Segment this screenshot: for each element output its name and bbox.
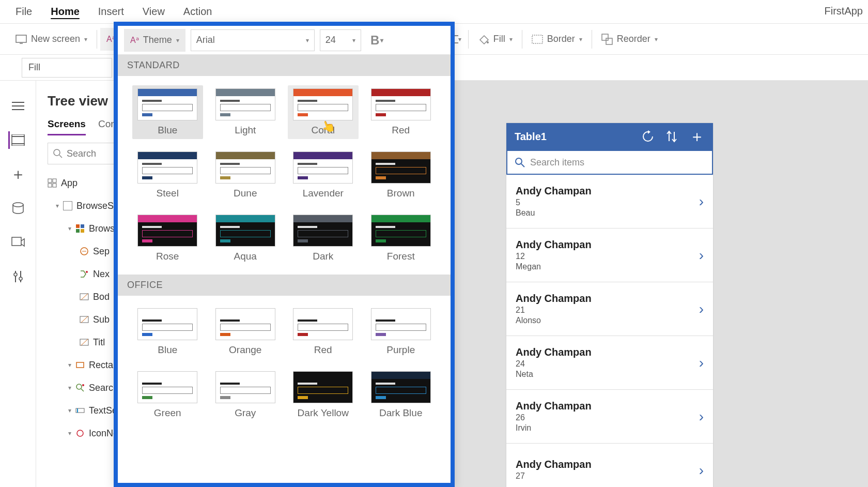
theme-option-green[interactable]: Green: [132, 368, 203, 422]
add-icon[interactable]: ＋: [689, 126, 705, 147]
theme-option-aqua[interactable]: Aqua: [210, 211, 281, 265]
chevron-right-icon: ›: [699, 301, 704, 317]
svg-rect-25: [48, 184, 52, 187]
property-name: Fill: [28, 62, 40, 73]
chevron-right-icon: ›: [699, 247, 704, 264]
svg-rect-28: [81, 224, 84, 228]
theme-option-red[interactable]: Red: [288, 305, 359, 359]
list-item[interactable]: Andy Champan21Alonso›: [506, 282, 713, 336]
theme-option-dune[interactable]: Dune: [210, 148, 281, 202]
fill-button[interactable]: Fill ▾: [472, 28, 519, 51]
svg-point-45: [516, 158, 522, 164]
property-selector[interactable]: Fill: [22, 58, 112, 78]
list-item[interactable]: Andy Champan27›: [506, 444, 713, 487]
refresh-icon[interactable]: [642, 130, 654, 143]
search-icon: [53, 149, 63, 158]
svg-rect-13: [12, 134, 24, 136]
tree-item[interactable]: ▾Browse: [48, 217, 123, 240]
tree-item[interactable]: Sub: [48, 308, 123, 331]
border-button[interactable]: Border ▾: [525, 28, 588, 51]
svg-point-32: [86, 271, 88, 273]
tree-item[interactable]: Bod: [48, 285, 123, 308]
list-item[interactable]: Andy Champan5Beau›: [506, 175, 713, 229]
tree-view-icon[interactable]: [8, 131, 26, 149]
theme-option-blue[interactable]: Blue: [132, 85, 203, 139]
theme-option-blue[interactable]: Blue: [132, 305, 203, 359]
media-icon[interactable]: [9, 234, 27, 251]
theme-option-lavender[interactable]: Lavender: [288, 148, 359, 202]
svg-rect-30: [81, 229, 84, 233]
theme-icon: Aᵃ: [130, 35, 139, 45]
data-icon[interactable]: [9, 200, 27, 217]
menu-insert[interactable]: Insert: [98, 6, 124, 18]
sort-icon[interactable]: [667, 130, 677, 143]
app-title: FirstApp: [825, 5, 863, 17]
dd-ribbon-strip: Aᵃ Theme ▾ Arial▾ 24▾ B▾: [118, 26, 451, 55]
new-screen-button[interactable]: New screen ▾: [9, 28, 94, 51]
theme-option-red[interactable]: Red: [366, 85, 437, 139]
border-icon: [532, 35, 543, 44]
font-selector[interactable]: Arial▾: [191, 29, 315, 51]
hamburger-icon[interactable]: [9, 97, 27, 115]
tree-item[interactable]: Sep: [48, 240, 123, 263]
tree-item[interactable]: ▾IconNe: [48, 422, 123, 445]
tree-item[interactable]: Titl: [48, 331, 123, 354]
tree-item[interactable]: ▾Rectang: [48, 354, 123, 376]
phone-header: Table1 ＋: [506, 123, 713, 150]
theme-option-purple[interactable]: Purple: [366, 305, 437, 359]
theme-option-dark-yellow[interactable]: Dark Yellow: [288, 368, 359, 422]
theme-option-orange[interactable]: Orange: [210, 305, 281, 359]
svg-rect-36: [76, 362, 84, 368]
theme-option-light[interactable]: Light: [210, 85, 281, 139]
tree-item[interactable]: ▾TextSe: [48, 399, 123, 422]
tree: App ▾BrowseSc▾BrowseSepNexBodSubTitl▾Rec…: [48, 172, 123, 445]
theme-option-gray[interactable]: Gray: [210, 368, 281, 422]
chevron-down-icon: ▾: [655, 36, 658, 43]
separator: [592, 30, 592, 49]
tree-tabs: Screens Cor: [48, 118, 123, 135]
tree-item[interactable]: ▾SearchI: [48, 376, 123, 399]
screen-title: Table1: [515, 131, 547, 143]
theme-button-open[interactable]: Aᵃ Theme ▾: [124, 29, 185, 52]
tab-components[interactable]: Cor: [98, 118, 114, 135]
svg-point-39: [82, 384, 84, 386]
chevron-down-icon: ▾: [84, 36, 87, 43]
menu-home[interactable]: Home: [51, 6, 80, 18]
font-name: Arial: [196, 35, 215, 45]
svg-rect-16: [12, 237, 21, 246]
tools-icon[interactable]: [9, 268, 27, 285]
theme-option-dark-blue[interactable]: Dark Blue: [366, 368, 437, 422]
svg-rect-6: [532, 35, 542, 43]
svg-rect-7: [602, 34, 608, 40]
theme-option-rose[interactable]: Rose: [132, 211, 203, 265]
tab-screens[interactable]: Screens: [48, 118, 86, 135]
fill-label: Fill: [493, 34, 505, 44]
bold-button[interactable]: B▾: [366, 29, 388, 51]
tree-item[interactable]: ▾BrowseSc: [48, 194, 123, 217]
svg-rect-14: [12, 144, 24, 146]
search-placeholder: Search: [67, 148, 96, 159]
theme-option-dark[interactable]: Dark: [288, 211, 359, 265]
search-icon: [515, 157, 525, 168]
menu-file[interactable]: File: [16, 6, 32, 18]
list-item[interactable]: Andy Champan24Neta›: [506, 336, 713, 390]
reorder-button[interactable]: Reorder ▾: [595, 28, 664, 51]
svg-line-22: [59, 155, 62, 158]
tree-item[interactable]: Nex: [48, 263, 123, 285]
list-item[interactable]: Andy Champan12Megan›: [506, 229, 713, 282]
menu-view[interactable]: View: [143, 6, 165, 18]
insert-icon[interactable]: ＋: [9, 165, 27, 183]
menubar: File Home Insert View Action: [0, 0, 868, 24]
theme-option-forest[interactable]: Forest: [366, 211, 437, 265]
menu-action[interactable]: Action: [183, 6, 212, 18]
list-item[interactable]: Andy Champan26Irvin›: [506, 390, 713, 444]
phone-search-input[interactable]: Search items: [506, 150, 713, 175]
new-screen-label: New screen: [31, 34, 80, 44]
tree-app-node[interactable]: App: [48, 172, 123, 194]
theme-option-steel[interactable]: Steel: [132, 148, 203, 202]
chevron-right-icon: ›: [699, 462, 704, 479]
tree-search-input[interactable]: Search: [48, 143, 123, 164]
chevron-down-icon: ▾: [458, 36, 461, 43]
font-size-selector[interactable]: 24▾: [320, 29, 361, 51]
theme-option-brown[interactable]: Brown: [366, 148, 437, 202]
